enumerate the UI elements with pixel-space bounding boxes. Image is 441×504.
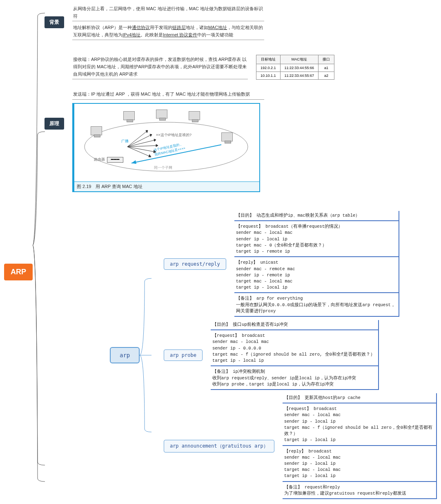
diagram-caption: 图 2.19 用 ARP 查询 MAC 地址 xyxy=(74,181,259,191)
subnet-label: 同一个子网 xyxy=(154,165,172,170)
computer-icon xyxy=(123,111,135,120)
svg-line-9 xyxy=(127,147,156,152)
connector-icon xyxy=(140,249,151,461)
detail-block: 【备注】 request和reply 为了增加兼容性，建议gratuitous … xyxy=(283,483,436,499)
mindmap: ARP 背景 从网络分层上看，二层网络中，使用 MAC 地址进行传输，MAC 地… xyxy=(4,4,437,504)
arp-query-diagram: ▬▬▬ 路由器 广播 ××这个IP地址是谁的? 这个IP地址是我的， 我的MAC… xyxy=(72,103,260,192)
bg-text-2: 地址解析协议（ARP）是一种通信协议用于发现的链路层地址，诸如MAC地址，与给定… xyxy=(72,23,264,40)
router-icon: ▬▬▬ xyxy=(107,157,123,163)
svg-marker-4 xyxy=(150,134,152,137)
detail-block: 【目的】 接口up前检查是否有ip冲突 xyxy=(211,320,378,330)
arp-sub-label[interactable]: arp probe xyxy=(164,349,203,361)
send-text: 发送端：IP 地址通过 ARP ，获得 MAC 地址，有了 MAC 地址才能在物… xyxy=(72,90,264,100)
detail-block: 【request】 broadcast（有单播request的情况） sende… xyxy=(234,222,399,257)
computer-icon xyxy=(221,132,233,141)
detail-block: 【目的】 更新其他host的arp cache xyxy=(283,393,436,403)
detail-stack: 【目的】 接口up前检查是否有ip冲突【request】 broadcast s… xyxy=(211,320,379,390)
detail-stack: 【目的】 更新其他host的arp cache【request】 broadca… xyxy=(283,393,437,499)
arp-sub-branch: arp announcement（gratuitous arp）【目的】 更新其… xyxy=(164,393,437,499)
branches: 背景 从网络分层上看，二层网络中，使用 MAC 地址进行传输，MAC 地址做为数… xyxy=(45,4,437,504)
table-row: 10.10.1.1 11:22:33:44:55:67 a2 xyxy=(256,72,334,80)
arp-sub-label[interactable]: arp request/reply xyxy=(164,258,226,270)
branch-background: 背景 从网络分层上看，二层网络中，使用 MAC 地址进行传输，MAC 地址做为数… xyxy=(45,4,437,40)
recv-text: 接收端：ARP协议的核心就是对缓存表的操作，发送数据包的时候，查找 ARP缓存表… xyxy=(72,55,248,79)
computer-icon xyxy=(156,110,167,119)
bg-text-1: 从网络分层上看，二层网络中，使用 MAC 地址进行传输，MAC 地址做为数据链路… xyxy=(72,4,264,21)
arp-cache-table: 目标地址 MAC地址 接口 192.0.2.1 11:22:33:44:55:6… xyxy=(256,55,334,80)
computer-icon xyxy=(91,126,102,135)
svg-marker-12 xyxy=(149,155,151,157)
svg-line-11 xyxy=(127,147,151,157)
table-header: MAC地址 xyxy=(280,55,318,64)
svg-marker-6 xyxy=(154,139,156,141)
svg-marker-8 xyxy=(156,144,158,147)
detail-block: 【reply】 broadcast sender mac - local mac… xyxy=(283,447,436,482)
router-label: 路由器 xyxy=(94,157,105,162)
detail-stack: 【目的】 动态生成和维护ip、mac映射关系表（arp table）【reque… xyxy=(234,211,399,317)
query-text: ××这个IP地址是谁的? xyxy=(156,132,192,138)
computer-icon xyxy=(189,111,200,120)
svg-line-3 xyxy=(127,134,152,147)
arp-sub-branch: arp probe【目的】 接口up前检查是否有ip冲突【request】 br… xyxy=(164,320,437,390)
arp-subtree: arp arp request/reply【目的】 动态生成和维护ip、mac映… xyxy=(110,211,437,499)
detail-block: 【request】 broadcast sender mac - local m… xyxy=(283,404,436,446)
branch-label-background[interactable]: 背景 xyxy=(45,16,64,28)
arp-node[interactable]: arp xyxy=(110,347,140,363)
detail-block: 【目的】 动态生成和维护ip、mac映射关系表（arp table） xyxy=(234,211,399,221)
arp-sub-branch: arp request/reply【目的】 动态生成和维护ip、mac映射关系表… xyxy=(164,211,437,317)
detail-block: 【request】 broadcast sender mac - local m… xyxy=(211,331,378,366)
detail-block: 【reply】 unicast sender mac - remote mac … xyxy=(234,258,399,293)
table-header: 接口 xyxy=(318,55,334,64)
branch-label-principle[interactable]: 原理 xyxy=(45,118,64,130)
branch-principle: 原理 接收端：ARP协议的核心就是对缓存表的操作，发送数据包的时候，查找 ARP… xyxy=(45,55,437,192)
table-row: 192.0.2.1 11:22:33:44:55:66 a1 xyxy=(256,64,334,72)
detail-block: 【备注】 arp for everything 一般用在默认网关0.0.0.0或… xyxy=(234,294,399,317)
broadcast-label: 广播 xyxy=(121,139,129,144)
root-connector xyxy=(33,4,45,504)
arp-sub-label[interactable]: arp announcement（gratuitous arp） xyxy=(164,440,274,452)
table-header: 目标地址 xyxy=(256,55,281,64)
root-node[interactable]: ARP xyxy=(4,264,33,280)
detail-block: 【备注】 ip冲突检测机制 收到arp request或reply、sender… xyxy=(211,367,378,390)
